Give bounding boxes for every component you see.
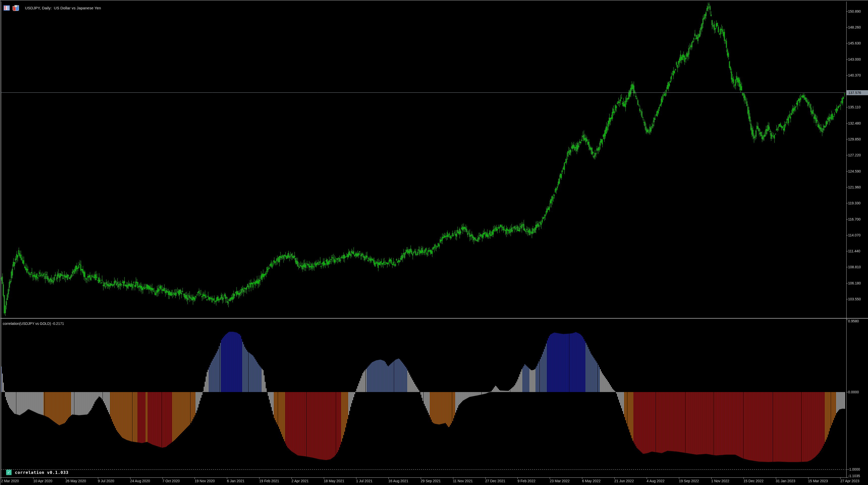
chart-window: USDJPY, Daily: US Dollar vs Japanese Yen… — [0, 0, 868, 485]
date-axis-label: 4 Aug 2022 — [647, 479, 664, 483]
date-axis-label: 24 Aug 2020 — [130, 479, 150, 483]
price-axis-label: 116.700 — [848, 217, 861, 221]
price-axis-label: 121.960 — [848, 185, 861, 189]
date-axis-label: 6 Jan 2021 — [227, 479, 244, 483]
price-axis-label: 132.480 — [848, 121, 861, 125]
date-axis-label: 7 Oct 2020 — [162, 479, 180, 483]
date-axis-label: 15 Mar 2023 — [808, 479, 828, 483]
indicator-label: correlation(USDJPY vs GOLD) -0.2171 — [3, 321, 64, 325]
indicator-version: correlation v0.1.033 — [15, 470, 69, 475]
indicator-axis-bottom-label: -1.1035 — [848, 474, 860, 478]
price-axis-label: 124.590 — [848, 169, 861, 173]
price-axis-label: 135.110 — [848, 105, 861, 109]
current-price-box: 137.576 — [846, 90, 868, 95]
chart-title: USDJPY, Daily: US Dollar vs Japanese Yen — [25, 6, 101, 10]
price-axis-label: 111.440 — [848, 249, 861, 253]
price-axis-label: 145.630 — [848, 41, 861, 45]
date-axis-label: 19 Nov 2020 — [195, 479, 215, 483]
price-axis-label: 148.260 — [848, 25, 861, 29]
chart-title-row: USDJPY, Daily: US Dollar vs Japanese Yen — [3, 3, 101, 12]
date-axis-label: 31 Jan 2023 — [776, 479, 795, 483]
date-axis-label: 2 Apr 2021 — [291, 479, 309, 483]
date-axis-label: 1 Nov 2022 — [711, 479, 730, 483]
current-price-value: 137.576 — [848, 91, 861, 95]
price-axis-label: 140.370 — [848, 73, 861, 77]
price-axis-label: 114.070 — [848, 233, 861, 237]
date-axis-label: 15 Dec 2022 — [744, 479, 764, 483]
price-axis-label: 119.330 — [848, 201, 861, 205]
date-axis-label: 29 Sep 2021 — [421, 479, 441, 483]
price-axis-label: 103.550 — [848, 297, 861, 301]
checkbox-icon: ✓ — [6, 469, 11, 475]
date-axis-label: 23 Mar 2022 — [550, 479, 570, 483]
indicator-axis-zero-label: 0.0000 — [848, 390, 859, 394]
date-axis-label: 26 May 2020 — [66, 479, 86, 483]
date-axis-label: 27 Apr 2023 — [840, 479, 860, 483]
price-axis-label: 108.810 — [848, 265, 861, 269]
indicator-axis-top-label: 0.9580 — [848, 319, 859, 323]
chart-canvas[interactable] — [0, 0, 868, 485]
date-axis-label: 6 May 2022 — [582, 479, 600, 483]
date-axis-label: 1 Jul 2021 — [356, 479, 373, 483]
price-axis-label: 127.220 — [848, 153, 861, 157]
date-axis-label: 9 Jul 2020 — [98, 479, 114, 483]
table-icon — [3, 5, 10, 10]
price-axis-label: 143.000 — [848, 57, 861, 61]
date-axis-label: 18 May 2021 — [324, 479, 344, 483]
date-axis-label: 19 Feb 2021 — [259, 479, 279, 483]
chart-save-icon — [12, 5, 19, 11]
price-axis-label: 129.850 — [848, 137, 861, 141]
indicator-version-row: ✓ correlation v0.1.033 — [6, 469, 69, 475]
date-axis-label: 19 Sep 2022 — [679, 479, 699, 483]
date-axis-label: 9 Feb 2022 — [518, 479, 535, 483]
price-axis-label: 106.180 — [848, 281, 861, 285]
price-axis-label: 150.890 — [848, 9, 861, 13]
date-axis-label: 27 Dec 2021 — [485, 479, 505, 483]
indicator-axis-minus1-label: -1.0000 — [848, 467, 860, 472]
date-axis-label: 11 Nov 2021 — [453, 479, 473, 483]
date-axis-label: 16 Aug 2021 — [389, 479, 408, 483]
date-axis-label: 21 Jun 2022 — [614, 479, 634, 483]
date-axis-label: 2 Mar 2020 — [1, 479, 19, 483]
date-axis-label: 10 Apr 2020 — [33, 479, 53, 483]
